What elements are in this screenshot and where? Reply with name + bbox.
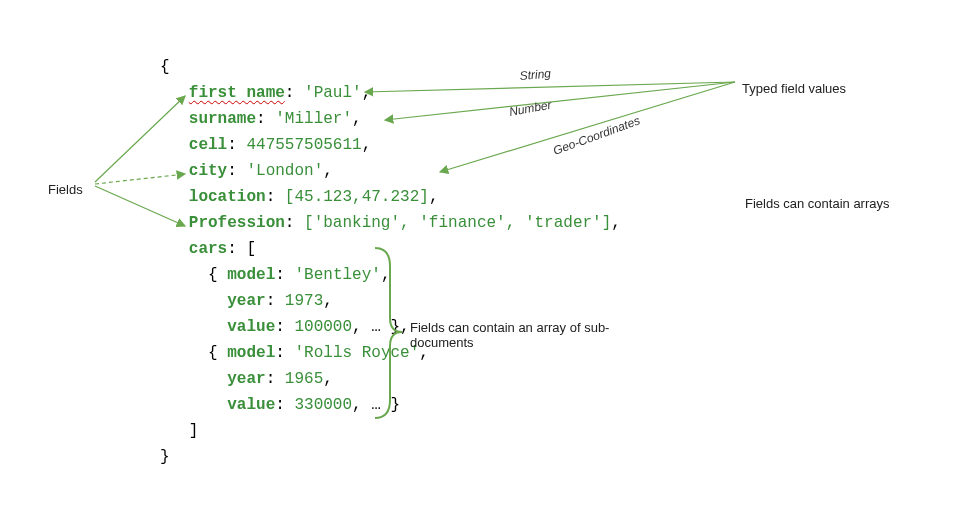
key-location: location [189, 188, 266, 206]
val-car1-year: 1973 [285, 292, 323, 310]
val-cell: 447557505611 [246, 136, 361, 154]
val-car2-value: 330000 [294, 396, 352, 414]
key-profession: Profession [189, 214, 285, 232]
val-car2-model: 'Rolls Royce' [294, 344, 419, 362]
val-surname: 'Miller' [275, 110, 352, 128]
key-first-name: first name [189, 84, 285, 102]
key-car1-value: value [227, 318, 275, 336]
val-first-name: 'Paul' [304, 84, 362, 102]
brace-open: { [160, 58, 170, 76]
car2-close: , … } [352, 396, 400, 414]
cars-bracket-open: [ [246, 240, 256, 258]
label-typed-values: Typed field values [742, 76, 846, 102]
key-car2-model: model [227, 344, 275, 362]
label-arrays: Fields can contain arrays [745, 196, 895, 211]
key-car1-model: model [227, 266, 275, 284]
key-car2-year: year [227, 370, 265, 388]
cars-bracket-close: ] [189, 422, 199, 440]
label-fields: Fields [48, 177, 83, 203]
car1-close: , … }, [352, 318, 410, 336]
key-car2-value: value [227, 396, 275, 414]
val-car1-model: 'Bentley' [294, 266, 380, 284]
label-subdocs: Fields can contain an array of sub-docum… [410, 320, 640, 350]
key-cars: cars [189, 240, 227, 258]
key-surname: surname [189, 110, 256, 128]
val-city: 'London' [246, 162, 323, 180]
json-document: { first name: 'Paul', surname: 'Miller',… [160, 28, 621, 470]
key-city: city [189, 162, 227, 180]
key-cell: cell [189, 136, 227, 154]
val-location: [45.123,47.232] [285, 188, 429, 206]
key-car1-year: year [227, 292, 265, 310]
val-profession: ['banking', 'finance', 'trader'] [304, 214, 611, 232]
val-car2-year: 1965 [285, 370, 323, 388]
val-car1-value: 100000 [294, 318, 352, 336]
brace-close: } [160, 448, 170, 466]
